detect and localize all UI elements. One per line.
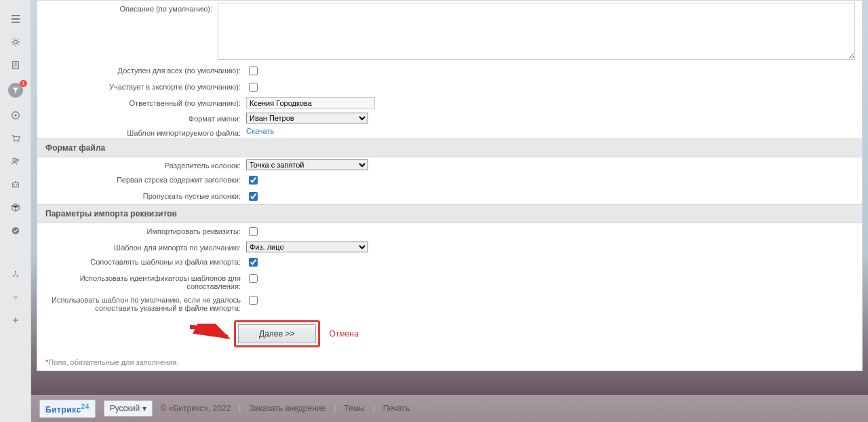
- svg-rect-1: [12, 62, 18, 69]
- clipboard-icon[interactable]: [10, 60, 21, 71]
- copyright: © «Битрикс», 2022: [161, 404, 231, 413]
- first-row-checkbox[interactable]: [249, 176, 258, 185]
- download-link[interactable]: Скачать: [246, 127, 274, 135]
- svg-point-10: [16, 184, 17, 185]
- separator-select[interactable]: Точка с запятой: [246, 159, 368, 170]
- svg-point-6: [13, 158, 16, 161]
- svg-point-3: [14, 114, 17, 117]
- description-textarea[interactable]: [218, 3, 855, 60]
- export-label: Участвует в экспорте (по умолчанию):: [44, 80, 246, 91]
- notification-badge: 1: [20, 80, 26, 87]
- section-requisites: Параметры импорта реквизитов: [37, 204, 862, 223]
- use-ids-label: Использовать идентификаторы шаблонов для…: [44, 271, 246, 290]
- section-file-format: Формат файла: [37, 138, 862, 157]
- match-file-checkbox[interactable]: [249, 258, 258, 267]
- svg-rect-8: [12, 183, 18, 187]
- use-ids-checkbox[interactable]: [249, 274, 258, 283]
- svg-point-7: [16, 159, 18, 162]
- gear-icon[interactable]: [10, 37, 21, 47]
- description-label: Описание (по умолчанию):: [44, 2, 218, 13]
- responsible-field[interactable]: [246, 97, 375, 109]
- main-content: Описание (по умолчанию): Доступен для вс…: [31, 0, 868, 394]
- target-icon[interactable]: [10, 110, 21, 121]
- next-button-highlight: Далее >>: [234, 320, 320, 347]
- available-label: Доступен для всех (по умолчанию):: [44, 64, 246, 75]
- footer: Битрикс24 Русский ▾ © «Битрикс», 2022 | …: [31, 395, 868, 422]
- tpl-default-label: Шаблон для импорта по умолчанию:: [44, 241, 246, 252]
- users-icon[interactable]: [10, 156, 21, 167]
- sitemap-icon[interactable]: [10, 269, 21, 280]
- tpl-default-select[interactable]: Физ. лицо: [246, 242, 368, 252]
- available-checkbox[interactable]: [249, 66, 258, 75]
- fallback-checkbox[interactable]: [249, 296, 258, 305]
- required-note: *Поля, обязательные для заполнения.: [37, 354, 862, 370]
- svg-point-9: [14, 184, 15, 185]
- required-note-text: Поля, обязательные для заполнения.: [48, 358, 178, 366]
- order-link[interactable]: Заказать внедрение: [249, 404, 326, 413]
- export-checkbox[interactable]: [249, 83, 258, 92]
- svg-point-5: [17, 141, 18, 142]
- next-button[interactable]: Далее >>: [238, 324, 316, 343]
- svg-point-0: [14, 40, 17, 43]
- action-row: Далее >> Отмена: [37, 313, 862, 354]
- sidebar: 1: [0, 0, 31, 422]
- skip-empty-label: Пропускать пустые колонки:: [44, 189, 246, 200]
- import-req-checkbox[interactable]: [249, 227, 258, 236]
- themes-link[interactable]: Темы: [344, 404, 364, 413]
- filter-icon[interactable]: 1: [8, 83, 23, 98]
- name-format-label: Формат имени:: [44, 112, 246, 123]
- menu-icon[interactable]: [10, 14, 21, 24]
- name-format-select[interactable]: Иван Петров: [246, 113, 368, 123]
- check-circle-icon[interactable]: [10, 225, 21, 236]
- match-file-label: Сопоставлять шаблоны из файла импорта:: [44, 255, 246, 266]
- responsible-label: Ответственный (по умолчанию):: [44, 96, 246, 107]
- import-req-label: Импортировать реквизиты:: [44, 225, 246, 235]
- box-icon[interactable]: [10, 202, 21, 213]
- arrow-annotation: [186, 324, 234, 344]
- form-panel: Описание (по умолчанию): Доступен для вс…: [37, 0, 863, 371]
- robot-icon[interactable]: [10, 179, 21, 190]
- svg-point-4: [14, 141, 15, 142]
- cart-icon[interactable]: [10, 133, 21, 144]
- template-label: Шаблон импортируемого файла:: [44, 126, 246, 137]
- cancel-link[interactable]: Отмена: [330, 329, 359, 339]
- settings-icon[interactable]: [10, 292, 21, 303]
- svg-point-15: [14, 296, 16, 299]
- fallback-label: Использовать шаблон по умолчанию, если н…: [44, 293, 246, 312]
- plus-icon[interactable]: [10, 315, 21, 326]
- print-link[interactable]: Печать: [383, 404, 410, 413]
- language-select[interactable]: Русский ▾: [104, 400, 153, 417]
- skip-empty-checkbox[interactable]: [249, 192, 258, 201]
- separator-label: Разделитель колонок:: [44, 159, 246, 170]
- first-row-label: Первая строка содержит заголовки:: [44, 173, 246, 184]
- logo-button[interactable]: Битрикс24: [39, 400, 96, 418]
